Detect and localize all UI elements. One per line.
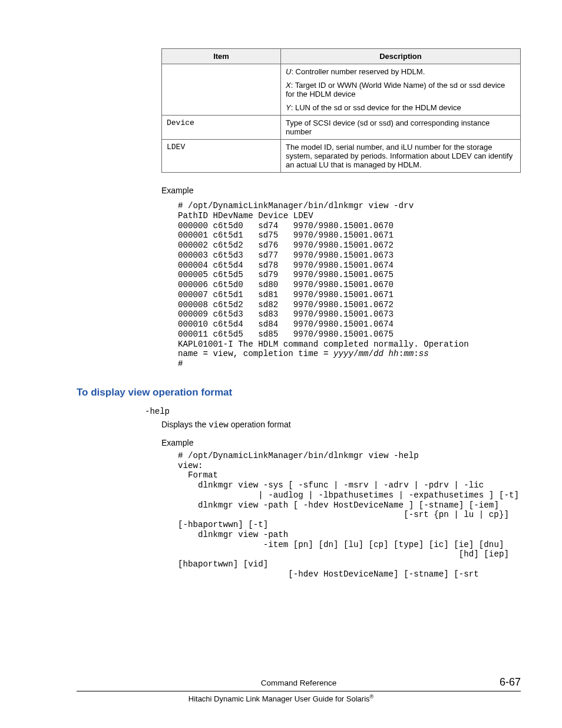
example-block-2: # /opt/DynamicLinkManager/bin/dlnkmgr vi…: [178, 451, 520, 579]
page-number: 6-67: [485, 676, 521, 689]
help-option: -help: [145, 407, 521, 416]
example-label: Example: [161, 186, 521, 195]
table-row: Device Type of SCSI device (sd or ssd) a…: [162, 116, 521, 140]
th-item: Item: [162, 49, 281, 64]
footer-section: Command Reference: [112, 678, 485, 687]
table-row: U: Controller number reserved by HDLM. X…: [162, 64, 521, 116]
desc-x: X: Target ID or WWN (World Wide Name) of…: [286, 81, 515, 98]
footer-title: Hitachi Dynamic Link Manager User Guide …: [0, 694, 562, 703]
example-block-1: # /opt/DynamicLinkManager/bin/dlnkmgr vi…: [178, 201, 521, 369]
table-row: LDEV The model ID, serial number, and iL…: [162, 140, 521, 173]
example-label-2: Example: [161, 438, 521, 447]
help-description: Displays the view operation format: [161, 420, 521, 430]
th-description: Description: [281, 49, 521, 64]
section-heading: To display view operation format: [77, 387, 521, 398]
page-footer: Command Reference 6-67 Hitachi Dynamic L…: [0, 676, 562, 703]
description-table: Item Description U: Controller number re…: [161, 48, 521, 173]
desc-u: U: Controller number reserved by HDLM.: [286, 67, 515, 76]
desc-y: Y: LUN of the sd or ssd device for the H…: [286, 103, 515, 112]
